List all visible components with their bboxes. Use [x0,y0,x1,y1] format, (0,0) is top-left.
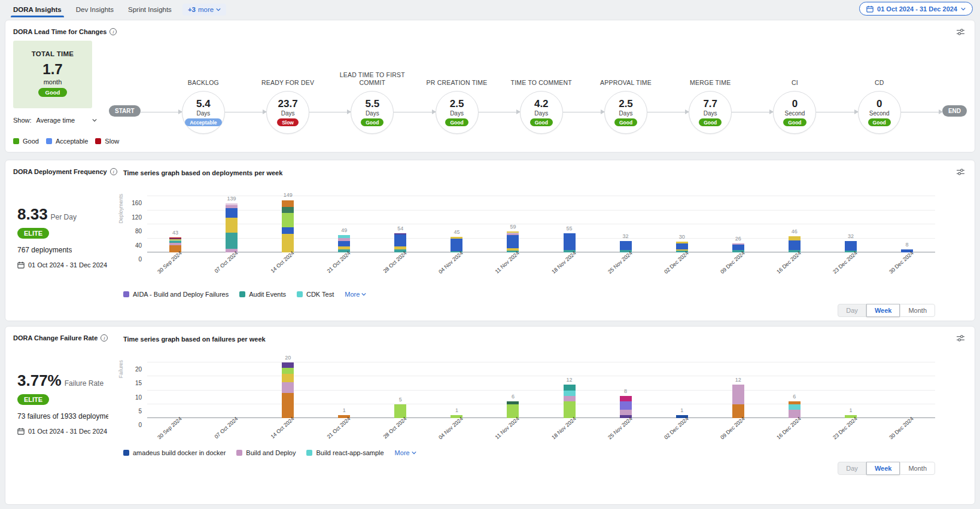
bar-segment [451,239,462,251]
stage-name: APPROVAL TIME [581,79,671,87]
bar[interactable] [451,237,462,252]
interval-day-button[interactable]: Day [838,462,866,475]
x-tick-label: 14 Oct 2024 [270,416,296,440]
show-row: Show: Average time [13,117,97,124]
date-range-label: 01 Oct 2024 - 31 Dec 2024 [877,5,957,13]
bar-segment [226,208,238,218]
legend-swatch [13,138,19,144]
flow-stage[interactable]: BACKLOG5.4DaysAcceptable [182,91,225,134]
flow-stage[interactable]: PR CREATION TIME2.5DaysGood [436,91,479,134]
bar[interactable] [564,233,576,252]
deployment-metric-unit: Per Day [51,213,77,221]
tab-dora-insights[interactable]: DORA Insights [6,2,69,17]
bar[interactable] [282,200,294,253]
stage-value: 5.4 [196,99,211,109]
bar-segment [282,393,294,418]
lead-time-legend: GoodAcceptableSlow [13,138,104,145]
flow-stage[interactable]: MERGE TIME7.7DaysGood [689,91,732,134]
bar-value-label: 32 [833,233,869,239]
bar-value-label: 149 [270,192,306,198]
tab-dev-insights[interactable]: Dev Insights [69,2,121,17]
show-metric-select[interactable]: Average time [36,117,97,124]
x-tick-label: 04 Nov 2024 [437,250,464,275]
date-range-picker[interactable]: 01 Oct 2024 - 31 Dec 2024 [859,2,973,16]
flow-stage[interactable]: CD0SecondGood [858,91,901,134]
settings-sliders-icon[interactable] [956,167,965,178]
legend-label: Audit Events [249,291,286,298]
bar-value-label: 45 [439,229,474,235]
more-tabs-count: +3 [188,6,196,13]
flow-arrow [732,112,773,112]
total-time-unit: month [13,78,92,86]
bar[interactable] [732,385,744,418]
bar-segment [282,382,294,394]
bar[interactable] [226,203,238,252]
bar[interactable] [338,235,350,252]
info-icon[interactable]: i [110,168,117,175]
failure-metric-unit: Failure Rate [65,379,104,388]
tab-sprint-insights[interactable]: Sprint Insights [121,2,179,17]
flow-arrow [479,112,520,112]
x-tick-label: 23 Dec 2024 [832,416,859,441]
info-icon[interactable]: i [101,334,108,342]
bar[interactable] [507,231,519,252]
deployment-summary: 767 deployments [17,246,72,254]
stage-name: BACKLOG [159,79,248,87]
interval-month-button[interactable]: Month [900,304,935,317]
stage-circle: 4.2DaysGood [520,91,563,134]
flow-arrow [647,112,689,112]
legend-more-link[interactable]: More [395,449,416,456]
failure-date-range: 01 Oct 2024 - 31 Dec 2024 [17,428,107,435]
y-axis-label: Failures [118,360,124,378]
settings-sliders-icon[interactable] [956,334,965,345]
flow-stage[interactable]: LEAD TIME TO FIRST COMMIT5.5DaysGood [351,91,394,134]
interval-day-button[interactable]: Day [838,304,866,317]
legend-item: Good [13,138,39,145]
bar-segment [564,233,576,251]
bar-segment [282,374,294,382]
legend-label: Good [23,138,39,145]
bar[interactable] [394,233,406,252]
legend-swatch [123,450,129,456]
y-tick-label: 0 [138,422,142,428]
lead-time-body: TOTAL TIME 1.7 month Good Show: Average … [13,41,967,148]
calendar-icon [17,428,25,435]
stage-name: READY FOR DEV [243,79,333,87]
bar[interactable] [620,396,632,418]
flow-stage[interactable]: TIME TO COMMENT4.2DaysGood [520,91,563,134]
flow-stage[interactable]: READY FOR DEV23.7DaysSlow [266,91,309,134]
more-tabs-button[interactable]: +3 more [182,4,226,16]
bar-value-label: 139 [214,196,249,202]
flow-stage[interactable]: APPROVAL TIME2.5DaysGood [604,91,647,134]
bar[interactable] [282,362,294,418]
x-tick-label: 23 Dec 2024 [832,250,859,275]
failure-interval-toggle: DayWeekMonth [838,462,935,475]
bar-segment [564,391,576,396]
info-icon[interactable]: i [109,28,117,35]
bar-segment [226,233,238,249]
stage-status-badge: Good [868,118,891,126]
x-tick-label: 18 Nov 2024 [550,250,577,275]
stage-name: CI [750,79,839,87]
deployment-metric-value: 8.33 [17,205,48,223]
settings-sliders-icon[interactable] [956,28,965,38]
stage-circle: 2.5DaysGood [604,91,647,134]
bar[interactable] [507,401,519,418]
x-tick-label: 28 Oct 2024 [382,416,408,440]
bar[interactable] [564,385,576,418]
stage-value: 5.5 [365,99,379,109]
bar[interactable] [789,401,801,418]
bar-segment [620,401,632,410]
interval-week-button[interactable]: Week [866,462,900,475]
calendar-icon [17,261,25,269]
y-tick-label: 40 [135,242,142,249]
interval-week-button[interactable]: Week [866,304,900,317]
legend-label: amadeus build docker in docker [133,449,226,456]
flow-stage[interactable]: CI0SecondGood [773,91,816,134]
stage-unit: Days [534,110,548,117]
lead-time-panel: DORA Lead Time for Changes i TOTAL TIME … [5,20,975,153]
bar-value-label: 49 [326,227,362,233]
bar-segment [507,404,519,418]
legend-more-link[interactable]: More [345,291,366,298]
interval-month-button[interactable]: Month [900,462,935,475]
